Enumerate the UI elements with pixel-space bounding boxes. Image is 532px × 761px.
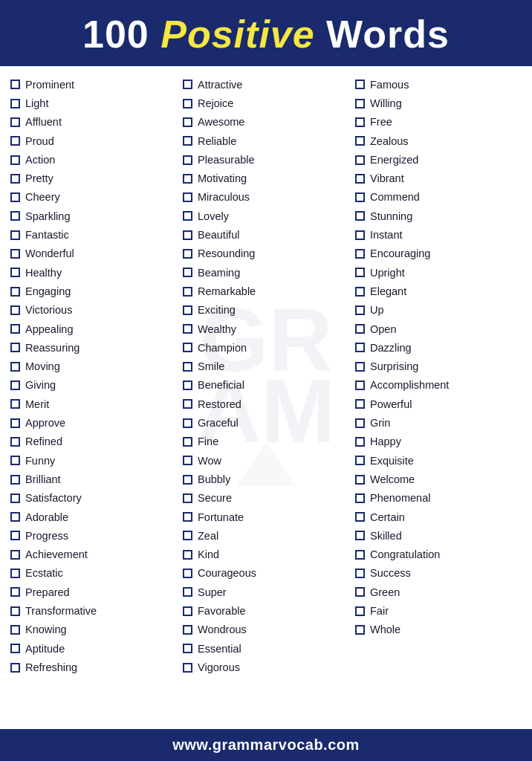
checkbox-icon	[355, 587, 365, 597]
checkbox-icon	[355, 569, 365, 578]
checkbox-icon	[183, 174, 192, 184]
checkbox-icon	[355, 550, 365, 560]
list-item: Sparkling	[10, 207, 177, 225]
checkbox-icon	[183, 362, 192, 372]
word-label: Beaming	[198, 265, 240, 280]
word-label: Restored	[198, 397, 241, 412]
checkbox-icon	[355, 287, 365, 297]
list-item: Favorable	[183, 602, 349, 621]
word-label: Wow	[198, 453, 221, 468]
checkbox-icon	[183, 249, 192, 259]
checkbox-icon	[183, 287, 192, 297]
checkbox-icon	[355, 249, 365, 259]
word-label: Funny	[25, 453, 55, 468]
word-label: Encouraging	[370, 246, 430, 261]
list-item: Open	[355, 320, 522, 338]
word-label: Moving	[25, 359, 60, 374]
list-item: Ecstatic	[10, 564, 177, 583]
checkbox-icon	[183, 136, 192, 146]
list-item: Satisfactory	[10, 489, 177, 508]
list-item: Beautiful	[183, 226, 349, 245]
checkbox-icon	[10, 155, 20, 165]
list-item: Secure	[183, 489, 349, 508]
list-item: Zealous	[355, 132, 522, 150]
list-item: Refreshing	[10, 658, 177, 676]
word-label: Surprising	[370, 359, 418, 374]
word-label: Sparkling	[25, 209, 70, 224]
list-item: Prominent	[10, 75, 177, 94]
word-label: Wondrous	[198, 622, 247, 637]
content-area: GR AM ProminentLightAffluentProudActionP…	[0, 66, 532, 729]
list-item: Smile	[183, 357, 349, 376]
checkbox-icon	[10, 287, 20, 297]
list-item: Motivating	[183, 169, 349, 188]
word-label: Rejoice	[198, 96, 233, 111]
word-label: Dazzling	[370, 340, 412, 355]
list-item: Proud	[10, 132, 177, 150]
checkbox-icon	[10, 399, 20, 409]
list-item: Funny	[10, 451, 177, 470]
list-item: Surprising	[355, 357, 522, 376]
checkbox-icon	[183, 456, 192, 465]
checkbox-icon	[355, 475, 365, 485]
word-label: Giving	[25, 378, 56, 392]
column-3: FamousWillingFreeZealousEnergizedVibrant…	[352, 75, 525, 677]
checkbox-icon	[10, 569, 20, 578]
word-label: Resounding	[198, 246, 255, 261]
checkbox-icon	[355, 268, 365, 277]
word-label: Upright	[370, 265, 405, 280]
word-label: Knowing	[25, 622, 67, 637]
list-item: Moving	[10, 357, 177, 376]
word-label: Willing	[370, 96, 402, 111]
list-item: Prepared	[10, 583, 177, 601]
word-label: Exquisite	[370, 453, 414, 468]
list-item: Fortunate	[183, 508, 349, 526]
checkbox-icon	[183, 550, 192, 560]
checkbox-icon	[355, 437, 365, 447]
checkbox-icon	[355, 493, 365, 503]
checkbox-icon	[183, 587, 192, 597]
checkbox-icon	[10, 606, 20, 616]
checkbox-icon	[183, 99, 192, 109]
word-label: Prominent	[25, 77, 74, 92]
checkbox-icon	[10, 531, 20, 540]
word-label: Affluent	[25, 114, 62, 129]
word-label: Transformative	[25, 603, 97, 618]
word-label: Grin	[370, 415, 390, 430]
footer-url: www.grammarvocab.com	[172, 736, 360, 753]
checkbox-icon	[10, 99, 20, 109]
checkbox-icon	[355, 606, 365, 616]
checkbox-icon	[355, 531, 365, 540]
list-item: Happy	[355, 433, 522, 451]
checkbox-icon	[183, 475, 192, 485]
word-label: Courageous	[198, 566, 256, 580]
checkbox-icon	[355, 305, 365, 315]
list-item: Commend	[355, 188, 522, 207]
checkbox-icon	[10, 174, 20, 184]
word-label: Progress	[25, 528, 68, 543]
word-label: Success	[370, 566, 411, 580]
list-item: Refined	[10, 433, 177, 451]
checkbox-icon	[10, 268, 20, 277]
checkbox-icon	[10, 230, 20, 240]
word-label: Green	[370, 585, 400, 600]
list-item: Pretty	[10, 169, 177, 188]
word-label: Exciting	[198, 302, 236, 317]
checkbox-icon	[10, 380, 20, 390]
word-label: Happy	[370, 434, 401, 449]
checkbox-icon	[10, 644, 20, 653]
checkbox-icon	[183, 192, 192, 202]
list-item: Attractive	[183, 75, 349, 94]
checkbox-icon	[355, 324, 365, 334]
word-label: Powerful	[370, 397, 412, 412]
word-label: Proud	[25, 134, 54, 149]
word-label: Brilliant	[25, 472, 61, 487]
checkbox-icon	[10, 418, 20, 428]
list-item: Vibrant	[355, 169, 522, 188]
checkbox-icon	[183, 644, 192, 653]
checkbox-icon	[183, 117, 192, 127]
list-item: Up	[355, 301, 522, 320]
word-label: Adorable	[25, 510, 68, 525]
checkbox-icon	[183, 230, 192, 240]
word-label: Aptitude	[25, 641, 65, 656]
